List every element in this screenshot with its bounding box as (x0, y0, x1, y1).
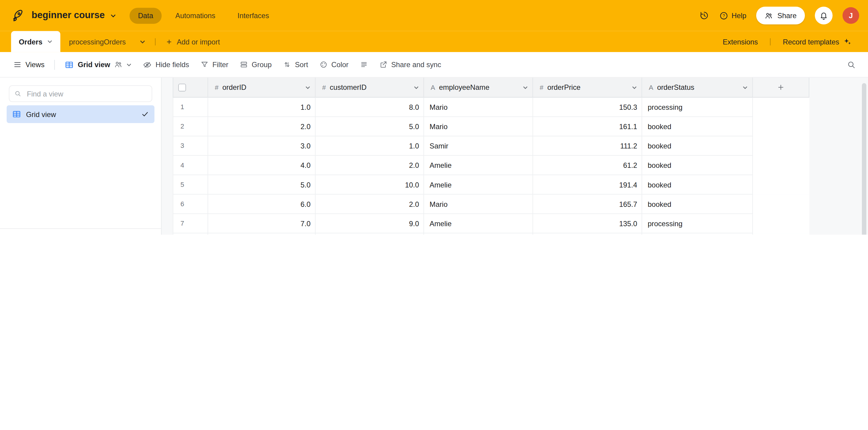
group-label: Group (252, 60, 272, 69)
cell-orderPrice[interactable]: 111.2 (533, 136, 642, 156)
views-button[interactable]: Views (8, 57, 50, 73)
cell-customerID[interactable]: 10.0 (316, 175, 424, 195)
row-number[interactable]: 7 (173, 214, 208, 233)
color-button[interactable]: Color (313, 57, 354, 73)
cell-orderID[interactable]: 5.0 (208, 175, 316, 195)
chevron-down-icon[interactable] (742, 85, 748, 90)
select-all-checkbox[interactable] (178, 83, 186, 91)
group-icon (240, 60, 248, 69)
add-or-import-button[interactable]: Add or import (160, 31, 225, 52)
cell-orderPrice[interactable]: 165.7 (533, 195, 642, 214)
cell-orderPrice[interactable]: 135.0 (533, 214, 642, 233)
notifications-button[interactable] (815, 7, 833, 25)
cell-customerID[interactable]: 9.0 (316, 214, 424, 233)
history-icon[interactable] (699, 10, 709, 21)
cell-customerID[interactable]: 5.0 (316, 117, 424, 136)
sidebar-view-grid-view[interactable]: Grid view (7, 105, 154, 123)
cell-orderStatus[interactable]: booked (642, 195, 753, 214)
rocket-logo-icon[interactable] (11, 8, 26, 23)
find-view-input[interactable] (26, 89, 147, 98)
cell-orderPrice[interactable]: 61.2 (533, 156, 642, 175)
cell-orderStatus[interactable]: processing (642, 233, 753, 235)
search-button[interactable] (843, 56, 861, 74)
cell-employeeName[interactable]: Mario (424, 233, 533, 235)
cell-orderID[interactable]: 2.0 (208, 117, 316, 136)
nav-tab-automations[interactable]: Automations (167, 7, 223, 24)
add-field-button[interactable] (753, 78, 809, 98)
top-bar: beginner course Data Automations Interfa… (0, 0, 868, 31)
nav-tab-interfaces[interactable]: Interfaces (229, 7, 278, 24)
cell-orderStatus[interactable]: booked (642, 175, 753, 195)
cell-employeeName[interactable]: Amelie (424, 175, 533, 195)
cell-orderID[interactable]: 4.0 (208, 156, 316, 175)
cell-customerID[interactable]: 2.0 (316, 195, 424, 214)
row-number[interactable]: 6 (173, 195, 208, 214)
column-header-customerID[interactable]: #customerID (316, 78, 424, 98)
table-list-dropdown[interactable] (135, 31, 151, 52)
cell-customerID[interactable]: 2.0 (316, 156, 424, 175)
cell-orderPrice[interactable]: 191.4 (533, 175, 642, 195)
cell-orderPrice[interactable]: 161.1 (533, 117, 642, 136)
row-number[interactable]: 2 (173, 117, 208, 136)
cell-orderID[interactable]: 3.0 (208, 136, 316, 156)
row-height-button[interactable] (354, 57, 373, 73)
record-templates-button[interactable]: Record templates (775, 31, 859, 52)
group-button[interactable]: Group (234, 57, 277, 73)
cell-orderStatus[interactable]: booked (642, 136, 753, 156)
select-all-header[interactable] (173, 78, 208, 98)
cell-orderID[interactable]: 6.0 (208, 195, 316, 214)
cell-orderID[interactable]: 8.0 (208, 233, 316, 235)
column-header-employeeName[interactable]: AemployeeName (424, 78, 533, 98)
column-label: orderStatus (657, 83, 738, 91)
cell-employeeName[interactable]: Mario (424, 98, 533, 117)
cell-customerID[interactable]: 4.0 (316, 233, 424, 235)
share-button[interactable]: Share (756, 7, 805, 25)
cell-orderPrice[interactable]: 163.4 (533, 233, 642, 235)
cell-employeeName[interactable]: Amelie (424, 214, 533, 233)
cell-orderStatus[interactable]: processing (642, 98, 753, 117)
cell-customerID[interactable]: 1.0 (316, 136, 424, 156)
cell-employeeName[interactable]: Mario (424, 195, 533, 214)
hide-fields-button[interactable]: Hide fields (137, 56, 195, 73)
cell-orderStatus[interactable]: processing (642, 214, 753, 233)
cell-orderID[interactable]: 1.0 (208, 98, 316, 117)
hide-fields-label: Hide fields (156, 60, 189, 69)
cell-orderPrice[interactable]: 150.3 (533, 98, 642, 117)
table-tab-processingorders[interactable]: processingOrders (60, 31, 135, 52)
chevron-down-icon[interactable] (305, 85, 310, 90)
column-header-orderPrice[interactable]: #orderPrice (533, 78, 642, 98)
help-button[interactable]: ? Help (719, 11, 746, 20)
base-title: beginner course (31, 10, 104, 21)
share-and-sync-button[interactable]: Share and sync (374, 57, 447, 73)
row-number[interactable]: 5 (173, 175, 208, 195)
vertical-scrollbar[interactable] (862, 83, 867, 235)
row-number[interactable]: 3 (173, 136, 208, 156)
base-name-menu[interactable]: beginner course (31, 10, 116, 21)
chevron-down-icon[interactable] (523, 85, 528, 90)
cell-employeeName[interactable]: Mario (424, 117, 533, 136)
chevron-down-icon (140, 38, 146, 45)
chevron-down-icon[interactable] (631, 85, 637, 90)
cell-employeeName[interactable]: Samir (424, 136, 533, 156)
airtable-app: beginner course Data Automations Interfa… (0, 0, 868, 235)
cell-employeeName[interactable]: Amelie (424, 156, 533, 175)
table-tab-orders[interactable]: Orders (11, 31, 60, 52)
row-number[interactable]: 4 (173, 156, 208, 175)
find-view-box[interactable] (9, 85, 152, 102)
user-avatar[interactable]: J (843, 7, 859, 24)
row-number[interactable]: 8 (173, 233, 208, 235)
column-header-orderID[interactable]: #orderID (208, 78, 316, 98)
sort-button[interactable]: Sort (277, 57, 314, 73)
nav-tab-data[interactable]: Data (130, 7, 161, 24)
cell-orderStatus[interactable]: booked (642, 156, 753, 175)
extensions-button[interactable]: Extensions (715, 31, 766, 52)
filter-button[interactable]: Filter (195, 57, 234, 73)
row-number[interactable]: 1 (173, 98, 208, 117)
cell-orderID[interactable]: 7.0 (208, 214, 316, 233)
view-switcher[interactable]: Grid view (60, 56, 137, 73)
chevron-down-icon[interactable] (413, 85, 419, 90)
cell-customerID[interactable]: 8.0 (316, 98, 424, 117)
cell-orderStatus[interactable]: booked (642, 117, 753, 136)
create-section-header[interactable]: Create... (9, 233, 152, 235)
column-header-orderStatus[interactable]: AorderStatus (642, 78, 753, 98)
